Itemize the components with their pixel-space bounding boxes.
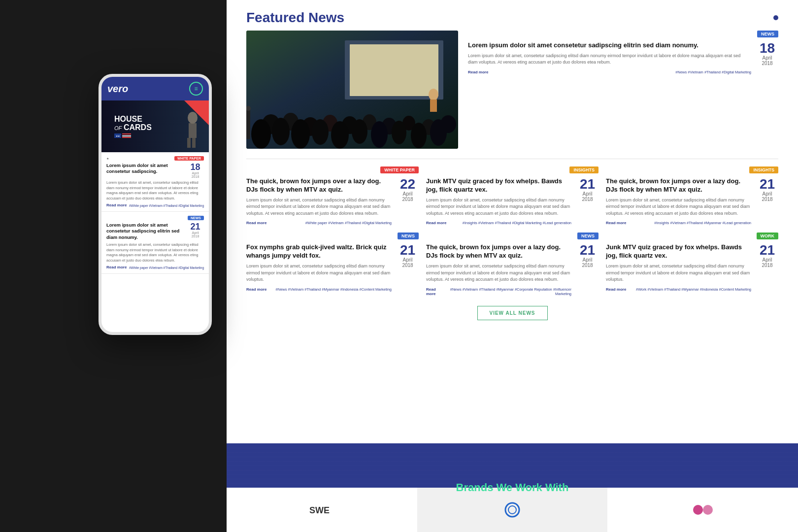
grid-date-num-1: 21 xyxy=(576,177,598,191)
grid-tags-4: #News #Vietnam #Thailand #Myanmar #Corpo… xyxy=(445,287,571,296)
phone-header: vero ≡ xyxy=(101,77,209,100)
grid-excerpt-3: Lorem ipsum dolor sit amet, consetetur s… xyxy=(246,263,392,283)
svg-point-30 xyxy=(508,506,516,514)
grid-badge-1: Insights xyxy=(569,166,598,173)
phone-menu-icon[interactable]: ≡ xyxy=(189,82,203,96)
grid-date-year-1: 2018 xyxy=(576,197,598,202)
grid-read-more-4[interactable]: Read more xyxy=(426,287,445,296)
phone-hero-image: HOUSE of CARDS ★★ xyxy=(101,100,209,152)
view-all-container: VIEW ALL NEWS xyxy=(246,306,778,320)
grid-date-month-2: April xyxy=(756,191,778,197)
svg-point-4 xyxy=(429,89,438,100)
grid-date-month-0: April xyxy=(397,191,419,197)
grid-date-year-2: 2018 xyxy=(756,197,778,202)
svg-point-24 xyxy=(411,123,427,148)
grid-tags-0: #White paper #Vietnam #Thailand #Digital… xyxy=(305,221,392,225)
vero-logo: vero xyxy=(107,83,128,95)
phone-article-2-header: Lorem ipsum dolor sit amet consetetur sa… xyxy=(106,222,204,240)
svg-rect-3 xyxy=(350,44,438,96)
svg-point-22 xyxy=(371,121,388,148)
grid-article-5: Junk MTV quiz graced by fox whelps. Bawd… xyxy=(606,243,778,291)
phone-date-month-2: April xyxy=(187,231,204,234)
phone-read-more-1[interactable]: Read more xyxy=(106,203,127,207)
grid-title-5: Junk MTV quiz graced by fox whelps. Bawd… xyxy=(606,243,751,260)
sidebar-article-body: Lorem ipsum dolor sit amet consetetur sa… xyxy=(468,41,751,74)
grid-card-header-3: News xyxy=(246,233,419,239)
phone-date-year-2: 2018 xyxy=(187,234,204,238)
grid-badge-5: Work xyxy=(757,233,779,239)
sidebar-tags: #News #Vietnam #Thailand #Digital Market… xyxy=(675,70,751,74)
house-text: HOUSE xyxy=(114,115,142,123)
grid-read-more-3[interactable]: Read more xyxy=(246,287,266,292)
grid-card-header-5: Work xyxy=(606,233,778,239)
phone-badge-1: White Paper xyxy=(174,156,204,161)
grid-article-0: The quick, brown fox jumps over a lazy d… xyxy=(246,177,419,225)
phone-date-year-1: 2018 xyxy=(187,175,204,178)
grid-date-5: 21 April 2018 xyxy=(756,243,778,268)
grid-date-year-0: 2018 xyxy=(397,197,419,202)
grid-date-month-4: April xyxy=(576,257,598,263)
grid-date-num-4: 21 xyxy=(576,243,598,257)
svg-text:SWE: SWE xyxy=(309,505,330,515)
grid-read-more-0[interactable]: Read more xyxy=(246,221,266,225)
grid-card-5: Work Junk MTV quiz graced by fox whelps.… xyxy=(606,233,778,296)
sidebar-article-footer: Read more #News #Vietnam #Thailand #Digi… xyxy=(468,70,751,74)
grid-footer-0: Read more #White paper #Vietnam #Thailan… xyxy=(246,221,392,225)
page-title: Featured News xyxy=(246,10,344,26)
grid-card-0: White paper The quick, brown fox jumps o… xyxy=(246,166,419,225)
grid-card-4: News The quick, brown fox jumps over a l… xyxy=(426,233,598,296)
grid-badge-0: White paper xyxy=(380,166,419,173)
grid-read-more-5[interactable]: Read more xyxy=(606,287,626,292)
svg-point-18 xyxy=(291,119,310,149)
grid-date-month-1: April xyxy=(576,191,598,197)
grid-date-num-0: 22 xyxy=(397,177,419,191)
grid-footer-3: Read more #News #Vietnam #Thailand #Myan… xyxy=(246,287,392,292)
news-grid: White paper The quick, brown fox jumps o… xyxy=(246,166,778,296)
phone-read-more-2[interactable]: Read more xyxy=(106,265,127,269)
house-of-cards-text: HOUSE of CARDS ★★ xyxy=(108,111,158,142)
desktop-header: Featured News xyxy=(227,0,798,31)
phone-tags-1: #White paper #Vietnam #Thailand #Digital… xyxy=(129,204,204,207)
phone-date-month-1: April xyxy=(187,171,204,175)
svg-point-20 xyxy=(331,121,349,149)
view-all-button[interactable]: VIEW ALL NEWS xyxy=(477,306,548,320)
phone-mockup: vero ≡ xyxy=(99,74,212,335)
grid-date-num-5: 21 xyxy=(756,243,778,257)
phone-article-2-title: Lorem ipsum dolor sit amet consetetur sa… xyxy=(106,222,187,240)
grid-date-month-5: April xyxy=(756,257,778,263)
sidebar-category-bar: News xyxy=(468,31,778,37)
phone-badge-row-1: ★ White Paper xyxy=(106,156,204,161)
brand-logo-2 xyxy=(417,488,608,532)
sidebar-read-more[interactable]: Read more xyxy=(468,70,488,74)
svg-rect-39 xyxy=(192,138,196,148)
grid-card-header-4: News xyxy=(426,233,598,239)
grid-badge-2: Insights xyxy=(749,166,778,173)
grid-date-year-4: 2018 xyxy=(576,263,598,268)
svg-point-21 xyxy=(352,119,367,144)
phone-article-1: ★ White Paper Lorem ipsum dolor sit amet… xyxy=(101,152,209,212)
grid-footer-2: Read more #Insights #Vietnam #Thailand #… xyxy=(606,221,751,225)
grid-date-month-3: April xyxy=(397,257,419,263)
sidebar-date-month: April xyxy=(756,55,778,61)
brand-logo-svg-1: SWE xyxy=(307,502,336,517)
grid-article-1: Junk MTV quiz graced by fox whelps. Bawd… xyxy=(426,177,598,225)
grid-date-num-2: 21 xyxy=(756,177,778,191)
grid-date-1: 21 April 2018 xyxy=(576,177,598,202)
featured-image xyxy=(246,31,458,149)
phone-excerpt-1: Lorem ipsum dolor sit amet, consetetur s… xyxy=(106,180,204,201)
brand-logo-svg-3 xyxy=(688,500,718,520)
section-divider xyxy=(246,159,778,159)
svg-rect-38 xyxy=(187,138,191,148)
grid-tags-3: #News #Vietnam #Thailand #Myanmar #Indon… xyxy=(276,287,392,292)
grid-footer-1: Read more #Insights #Vietnam #Thailand #… xyxy=(426,221,571,225)
brands-title: Brands We Work With xyxy=(456,481,569,494)
grid-read-more-2[interactable]: Read more xyxy=(606,221,626,225)
brands-section: Brands We Work With SWE xyxy=(227,443,798,532)
grid-card-header-1: Insights xyxy=(426,166,598,173)
brand-logos-row: SWE xyxy=(227,488,798,532)
phone-badge-2: News xyxy=(188,216,204,220)
svg-point-29 xyxy=(505,503,519,517)
grid-read-more-1[interactable]: Read more xyxy=(426,221,446,225)
grid-badge-3: News xyxy=(398,233,419,239)
desktop-content: News Lorem ipsum dolor sit amet consetet… xyxy=(227,31,798,320)
